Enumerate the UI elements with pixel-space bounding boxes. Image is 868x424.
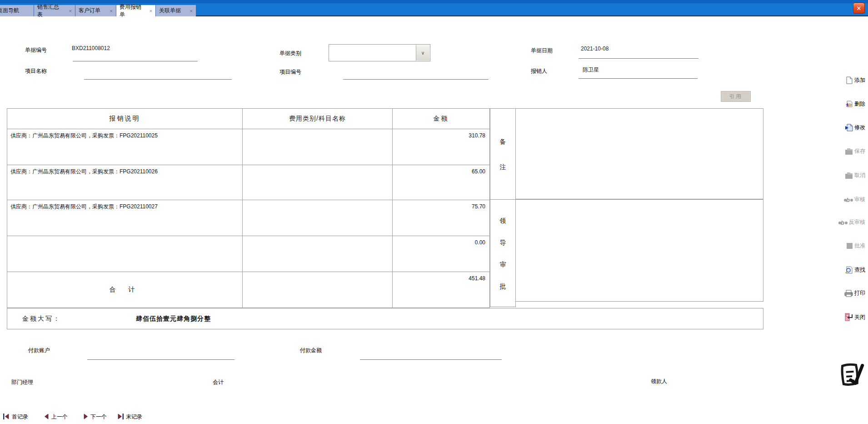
doc-type-combobox[interactable]: ∨ bbox=[329, 44, 430, 61]
tab-expense-reimbursement[interactable]: 费用报销单 × bbox=[116, 5, 155, 16]
row-category-cell[interactable] bbox=[243, 236, 393, 272]
modify-icon bbox=[845, 124, 853, 131]
dept-manager-label: 部门经理 bbox=[11, 379, 33, 386]
doc-date-field[interactable] bbox=[579, 58, 698, 59]
toolbar-label: 查找 bbox=[854, 266, 865, 274]
tab-label: 费用报销单 bbox=[120, 3, 143, 19]
toolbar-label: 审核 bbox=[854, 196, 865, 203]
expense-reimbursement-window: ✕ 桌面导航 销售汇总表 × 客户订单 × 费用报销单 × 关联单据 × 单据编… bbox=[0, 0, 868, 424]
recordnav-label: 下一个 bbox=[90, 413, 107, 421]
doc-date-label: 单据日期 bbox=[531, 47, 553, 55]
tab-related-documents[interactable]: 关联单据 × bbox=[155, 5, 196, 16]
app-logo bbox=[838, 361, 865, 391]
remark-area[interactable] bbox=[516, 108, 763, 199]
project-no-label: 项目编号 bbox=[279, 68, 301, 76]
doc-no-field[interactable] bbox=[73, 61, 198, 61]
row-desc-cell[interactable]: 供应商：广州晶东贸易有限公司，采购发票：FPG202110025 bbox=[7, 129, 243, 165]
last-record-button[interactable]: 末记录 bbox=[117, 413, 142, 421]
header-desc: 报销说明 bbox=[7, 109, 243, 129]
svg-text:b: b bbox=[841, 219, 844, 226]
row-desc-cell[interactable]: 供应商：广州晶东贸易有限公司，采购发票：FPG202110026 bbox=[7, 165, 243, 200]
chevron-down-icon[interactable]: ∨ bbox=[416, 45, 429, 61]
unaudit-button[interactable]: b 反审核 bbox=[838, 218, 865, 226]
vertical-label-column: 备注 领导审批 bbox=[490, 108, 516, 307]
tab-label: 客户订单 bbox=[79, 7, 100, 15]
tab-close-icon[interactable]: × bbox=[104, 8, 113, 14]
row-desc-cell[interactable] bbox=[7, 236, 243, 272]
table-row: 供应商：广州晶东贸易有限公司，采购发票：FPG202110026 65.00 bbox=[7, 165, 489, 200]
project-no-field[interactable] bbox=[343, 79, 489, 80]
quote-button[interactable]: 引用 bbox=[721, 91, 751, 102]
close-form-button[interactable]: 关闭 bbox=[845, 313, 865, 321]
save-button[interactable]: 保存 bbox=[844, 147, 865, 155]
toolbar-label: 关闭 bbox=[854, 313, 865, 321]
amount-words-label: 金额大写： bbox=[22, 315, 61, 323]
add-icon bbox=[845, 76, 853, 84]
print-button[interactable]: 打印 bbox=[844, 289, 865, 297]
next-record-button[interactable]: 下一个 bbox=[83, 413, 107, 421]
header-amount: 金额 bbox=[393, 109, 489, 129]
toolbar-label: 修改 bbox=[854, 124, 865, 131]
prev-record-button[interactable]: 上一个 bbox=[44, 413, 68, 421]
reimburser-value: 陈卫星 bbox=[583, 66, 599, 74]
toolbar-label: 取消 bbox=[854, 172, 865, 179]
row-category-cell[interactable] bbox=[243, 129, 393, 165]
payee-label: 领款人 bbox=[651, 378, 667, 385]
tab-desktop-nav[interactable]: 桌面导航 bbox=[0, 5, 34, 16]
modify-button[interactable]: 修改 bbox=[845, 124, 865, 131]
add-button[interactable]: 添加 bbox=[845, 76, 865, 84]
row-amount-cell[interactable]: 75.70 bbox=[393, 200, 489, 236]
prev-record-icon bbox=[44, 414, 49, 421]
window-close-button[interactable]: ✕ bbox=[853, 3, 865, 14]
reimburser-field[interactable] bbox=[579, 78, 698, 79]
toolbar-label: 批准 bbox=[854, 242, 865, 250]
delete-button[interactable]: 删除 bbox=[844, 100, 865, 108]
find-icon bbox=[845, 266, 853, 274]
row-category-cell[interactable] bbox=[243, 200, 393, 236]
tab-bar: 桌面导航 销售汇总表 × 客户订单 × 费用报销单 × 关联单据 × bbox=[0, 5, 196, 16]
total-category-cell bbox=[243, 272, 393, 308]
project-name-field[interactable] bbox=[84, 79, 232, 80]
audit-button[interactable]: b 审核 bbox=[844, 196, 865, 203]
amount-words-value: 肆佰伍拾壹元肆角捌分整 bbox=[136, 315, 211, 323]
tab-close-icon[interactable]: × bbox=[63, 8, 72, 14]
cancel-icon bbox=[844, 172, 853, 179]
tab-close-icon[interactable]: × bbox=[143, 8, 152, 14]
project-name-label: 项目名称 bbox=[25, 67, 47, 75]
next-record-icon bbox=[83, 414, 88, 421]
tab-sales-summary[interactable]: 销售汇总表 × bbox=[34, 5, 75, 16]
find-button[interactable]: 查找 bbox=[845, 266, 865, 274]
last-record-icon bbox=[117, 414, 124, 421]
doc-no-value: BXD211008012 bbox=[72, 45, 110, 51]
header-category: 费用类别/科目名称 bbox=[243, 109, 393, 129]
tab-label: 桌面导航 bbox=[0, 7, 19, 15]
doc-no-label: 单据编号 bbox=[25, 46, 47, 54]
tab-customer-order[interactable]: 客户订单 × bbox=[75, 5, 116, 16]
row-amount-cell[interactable]: 65.00 bbox=[393, 165, 489, 200]
table-row: 0.00 bbox=[7, 236, 489, 272]
payment-amount-label: 付款金额 bbox=[300, 347, 322, 354]
print-icon bbox=[844, 290, 853, 297]
toolbar-label: 删除 bbox=[854, 100, 865, 108]
leader-approval-area[interactable] bbox=[516, 199, 763, 302]
tab-close-icon[interactable]: × bbox=[184, 8, 193, 14]
cancel-button[interactable]: 取消 bbox=[844, 172, 865, 179]
expense-table: 报销说明 费用类别/科目名称 金额 供应商：广州晶东贸易有限公司，采购发票：FP… bbox=[7, 108, 490, 308]
svg-text:b: b bbox=[846, 197, 850, 203]
table-row: 供应商：广州晶东贸易有限公司，采购发票：FPG202110025 310.78 bbox=[7, 129, 489, 165]
recordnav-label: 首记录 bbox=[12, 413, 28, 421]
total-row: 合 计 451.48 bbox=[7, 272, 489, 308]
row-amount-cell[interactable]: 310.78 bbox=[393, 129, 489, 165]
first-record-button[interactable]: 首记录 bbox=[3, 413, 28, 421]
payment-amount-field[interactable] bbox=[360, 359, 502, 360]
payment-account-field[interactable] bbox=[87, 359, 234, 360]
row-category-cell[interactable] bbox=[243, 165, 393, 200]
tab-label: 销售汇总表 bbox=[37, 3, 63, 19]
row-desc-cell[interactable]: 供应商：广州晶东贸易有限公司，采购发票：FPG202110027 bbox=[7, 200, 243, 236]
tab-label: 关联单据 bbox=[159, 7, 181, 15]
row-amount-cell[interactable]: 0.00 bbox=[393, 236, 489, 272]
toolbar-label: 添加 bbox=[854, 76, 865, 84]
table-header-row: 报销说明 费用类别/科目名称 金额 bbox=[7, 109, 489, 129]
toolbar-label: 保存 bbox=[854, 147, 865, 155]
approve-button[interactable]: 批准 bbox=[846, 242, 865, 250]
